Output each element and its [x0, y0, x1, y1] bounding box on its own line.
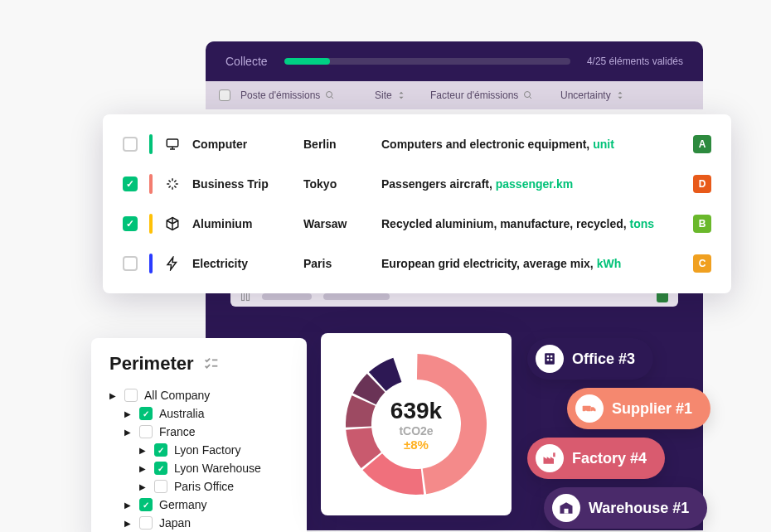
emission-factor: European grid electricity, average mix, …: [381, 257, 681, 270]
svg-rect-20: [565, 509, 569, 514]
tree-checkbox[interactable]: [139, 425, 153, 438]
svg-rect-14: [547, 359, 550, 361]
row-checkbox[interactable]: [123, 177, 138, 191]
factory-icon: [536, 444, 564, 472]
tree-checkbox[interactable]: [139, 407, 153, 420]
svg-point-18: [592, 411, 594, 414]
emission-factor: Recycled aluminium, manufacture, recycle…: [381, 217, 681, 230]
emissions-rows-card: Computer Berlin Computers and electronic…: [103, 114, 731, 293]
row-checkbox[interactable]: [123, 216, 138, 231]
uncertainty-badge: A: [693, 135, 711, 153]
caret-icon: ▶: [124, 519, 133, 528]
warehouse-icon: [552, 494, 580, 522]
perimeter-tree: ▶ All Company ▶ Australia ▶ France ▶ Lyo…: [109, 386, 289, 532]
tree-item[interactable]: ▶ Australia: [124, 404, 289, 423]
sort-icon: [616, 91, 624, 99]
tree-checkbox[interactable]: [139, 516, 153, 530]
svg-point-2: [525, 92, 531, 98]
select-all-checkbox[interactable]: [219, 89, 230, 101]
svg-rect-13: [550, 355, 553, 358]
search-icon: [523, 90, 533, 100]
svg-point-17: [584, 411, 587, 414]
donut-uncertainty: ±8%: [390, 438, 442, 452]
tree-label: Germany: [159, 498, 207, 511]
tree-checkbox[interactable]: [139, 498, 153, 511]
svg-rect-19: [553, 452, 555, 457]
emission-factor: Computers and electronic equipment, unit: [381, 138, 681, 151]
donut-card: 639k tCO2e ±8%: [321, 333, 512, 515]
tree-label: All Company: [144, 389, 210, 402]
site-name: Berlin: [303, 138, 370, 151]
svg-rect-12: [547, 355, 550, 358]
sort-icon: [397, 91, 405, 99]
tree-checkbox[interactable]: [154, 443, 167, 457]
pill-label: Office #3: [572, 351, 635, 368]
progress-bar: [284, 58, 570, 65]
tree-item[interactable]: ▶ France: [124, 423, 289, 441]
site-name: Warsaw: [303, 217, 370, 230]
tree-label: Paris Office: [174, 480, 234, 493]
tree-label: Lyon Factory: [174, 443, 240, 457]
tree-item[interactable]: ▶ Lyon Factory: [139, 441, 289, 459]
row-accent: [149, 174, 153, 194]
tree-item[interactable]: ▶ Germany: [124, 496, 289, 514]
perimeter-title-text: Perimeter: [109, 353, 194, 375]
svg-rect-5: [247, 293, 250, 301]
cube-icon: [164, 215, 181, 232]
caret-icon: ▶: [124, 501, 133, 510]
caret-icon: ▶: [124, 428, 133, 437]
table-header-row: Poste d'émissions Site Facteur d'émissio…: [206, 81, 703, 109]
header-facteur[interactable]: Facteur d'émissions: [430, 89, 550, 101]
svg-rect-16: [583, 406, 591, 412]
collecte-label: Collecte: [225, 55, 268, 68]
row-checkbox[interactable]: [123, 256, 138, 271]
tree-item[interactable]: ▶ Paris Office: [139, 477, 289, 496]
perimeter-card: Perimeter ▶ All Company ▶ Australia ▶ Fr…: [91, 338, 307, 532]
pill-label: Factory #4: [572, 450, 647, 467]
row-accent: [149, 134, 153, 154]
table-row[interactable]: Electricity Paris European grid electric…: [103, 244, 731, 283]
search-icon: [325, 90, 335, 100]
caret-icon: ▶: [109, 391, 118, 400]
row-accent: [149, 254, 153, 273]
svg-rect-6: [167, 139, 178, 147]
table-row[interactable]: Business Trip Tokyo Passengers aircraft,…: [103, 164, 731, 204]
tree-checkbox[interactable]: [154, 480, 167, 493]
table-row[interactable]: Aluminium Warsaw Recycled aluminium, man…: [103, 204, 731, 244]
tree-item[interactable]: ▶ Lyon Warehouse: [139, 459, 289, 477]
site-name: Paris: [303, 257, 370, 270]
pill-label: Supplier #1: [612, 400, 692, 418]
pill-label: Warehouse #1: [589, 500, 689, 517]
tree-checkbox[interactable]: [154, 462, 167, 475]
emission-factor: Passengers aircraft, passenger.km: [381, 177, 681, 191]
header-poste[interactable]: Poste d'émissions: [240, 89, 365, 101]
pill-supplier[interactable]: Supplier #1: [567, 388, 710, 429]
svg-rect-4: [242, 293, 245, 301]
pill-warehouse[interactable]: Warehouse #1: [544, 487, 707, 529]
svg-rect-15: [550, 359, 553, 361]
tree-item[interactable]: ▶ Japan: [124, 514, 289, 532]
row-checkbox[interactable]: [123, 137, 138, 152]
uncertainty-badge: C: [693, 254, 711, 273]
pill-factory[interactable]: Factory #4: [527, 438, 665, 479]
header-facteur-label: Facteur d'émissions: [430, 89, 518, 101]
caret-icon: ▶: [139, 446, 148, 455]
donut-value: 639k: [390, 398, 442, 424]
caret-icon: ▶: [139, 482, 148, 491]
svg-point-0: [327, 92, 332, 98]
caret-icon: ▶: [124, 409, 133, 418]
tree-checkbox[interactable]: [124, 389, 138, 402]
poste-name: Business Trip: [192, 177, 292, 191]
computer-icon: [164, 136, 181, 152]
pill-office[interactable]: Office #3: [527, 338, 653, 380]
header-site[interactable]: Site: [375, 89, 420, 101]
poste-name: Computer: [192, 138, 292, 151]
donut-unit: tCO2e: [390, 424, 442, 438]
tree-item[interactable]: ▶ All Company: [109, 386, 289, 404]
row-accent: [149, 214, 153, 234]
tree-label: Lyon Warehouse: [174, 462, 261, 475]
poste-name: Electricity: [192, 257, 292, 270]
svg-line-3: [530, 97, 532, 99]
header-uncertainty[interactable]: Uncertainty: [560, 89, 624, 101]
table-row[interactable]: Computer Berlin Computers and electronic…: [103, 124, 731, 164]
